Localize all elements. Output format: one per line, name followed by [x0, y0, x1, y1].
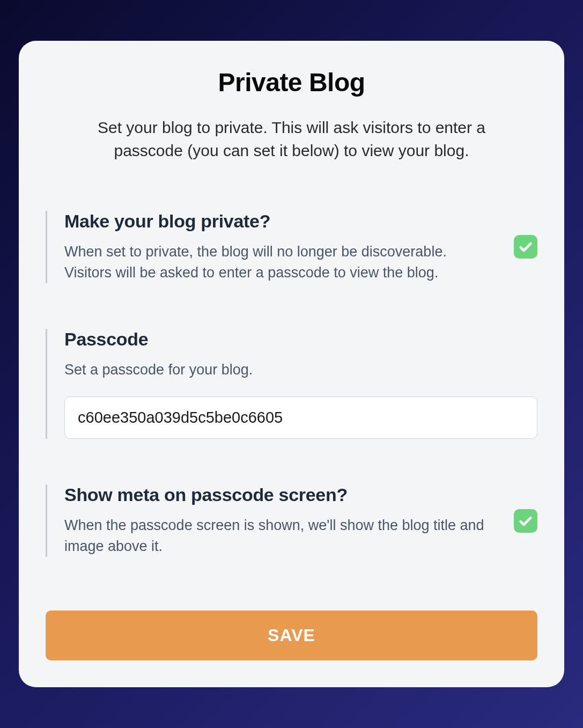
section-content: Make your blog private? When set to priv… — [64, 211, 498, 283]
passcode-title: Passcode — [64, 329, 537, 350]
page-subtitle: Set your blog to private. This will ask … — [64, 116, 520, 163]
section-content: Passcode Set a passcode for your blog. — [64, 329, 537, 439]
show-meta-title: Show meta on passcode screen? — [64, 484, 498, 505]
passcode-input[interactable] — [64, 396, 537, 439]
make-private-section: Make your blog private? When set to priv… — [46, 211, 537, 283]
passcode-section: Passcode Set a passcode for your blog. — [46, 329, 537, 439]
show-meta-checkbox[interactable] — [514, 509, 537, 533]
save-button[interactable]: SAVE — [46, 611, 537, 660]
make-private-description: When set to private, the blog will no lo… — [64, 241, 498, 283]
section-content: Show meta on passcode screen? When the p… — [64, 484, 498, 557]
check-icon — [518, 239, 533, 254]
make-private-title: Make your blog private? — [64, 211, 498, 232]
show-meta-section: Show meta on passcode screen? When the p… — [46, 484, 537, 557]
show-meta-description: When the passcode screen is shown, we'll… — [64, 515, 498, 557]
check-icon — [518, 513, 533, 528]
card-header: Private Blog Set your blog to private. T… — [46, 68, 537, 163]
passcode-description: Set a passcode for your blog. — [64, 359, 537, 380]
settings-card: Private Blog Set your blog to private. T… — [19, 41, 564, 688]
section-row: Make your blog private? When set to priv… — [64, 211, 537, 283]
page-title: Private Blog — [46, 68, 537, 97]
make-private-checkbox[interactable] — [514, 235, 537, 259]
section-row: Show meta on passcode screen? When the p… — [64, 484, 537, 557]
